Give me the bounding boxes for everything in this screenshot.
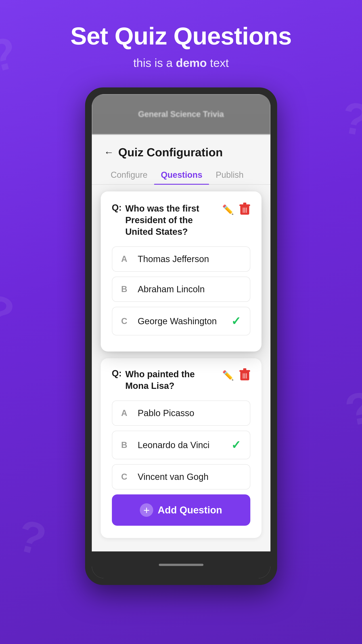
q2-answer-b[interactable]: B Leonardo da Vinci ✓ (112, 431, 250, 459)
q1-a-text: Thomas Jefferson (138, 254, 241, 264)
hero-title: Set Quiz Questions (70, 22, 291, 50)
svg-rect-5 (246, 208, 247, 213)
q1-label: Q: (112, 202, 122, 213)
question-card-2: Q: Who painted the Mona Lisa? ✏️ (101, 358, 261, 538)
q2-answer-c[interactable]: C Vincent van Gogh (112, 464, 250, 490)
svg-rect-3 (243, 208, 244, 213)
tabs-bar: Configure Questions Publish (92, 159, 270, 185)
phone-top-blur-area: General Science Trivia (92, 94, 270, 134)
q2-c-letter: C (121, 472, 132, 482)
q2-actions: ✏️ (222, 368, 250, 382)
svg-rect-10 (244, 373, 245, 378)
question-1-text-group: Q: Who was the first President of the Un… (112, 202, 218, 238)
q1-a-letter: A (121, 254, 132, 264)
add-question-label: Add Question (158, 504, 222, 516)
tab-questions[interactable]: Questions (154, 166, 209, 184)
q2-c-text: Vincent van Gogh (138, 472, 241, 482)
q2-edit-icon[interactable]: ✏️ (222, 370, 234, 381)
svg-rect-2 (243, 202, 246, 205)
hero-subtitle: this is a demo text (133, 56, 229, 70)
q1-c-text: George Washington (138, 316, 231, 326)
q1-b-letter: B (121, 284, 132, 294)
q1-edit-icon[interactable]: ✏️ (222, 204, 234, 215)
tab-publish[interactable]: Publish (209, 166, 250, 184)
q1-answer-c[interactable]: C George Washington ✓ (112, 307, 250, 336)
phone-screen: General Science Trivia ← Quiz Configurat… (92, 94, 270, 578)
question-1-header: Q: Who was the first President of the Un… (112, 202, 250, 238)
phone-mockup: General Science Trivia ← Quiz Configurat… (85, 88, 277, 585)
q1-b-text: Abraham Lincoln (138, 284, 241, 294)
phone-frame: General Science Trivia ← Quiz Configurat… (85, 88, 277, 585)
q2-delete-icon[interactable] (239, 368, 250, 382)
q1-correct-checkmark: ✓ (231, 314, 241, 328)
q2-correct-checkmark: ✓ (231, 438, 241, 452)
home-indicator (159, 564, 203, 566)
quiz-config-panel: ← Quiz Configuration Configure Questions… (92, 134, 270, 552)
q2-a-text: Pablo Picasso (138, 408, 241, 418)
q2-b-text: Leonardo da Vinci (138, 440, 231, 450)
config-header: ← Quiz Configuration (92, 134, 270, 159)
question-2-text-group: Q: Who painted the Mona Lisa? (112, 368, 218, 392)
svg-rect-9 (243, 373, 244, 378)
config-panel-title: Quiz Configuration (118, 146, 223, 159)
q2-a-letter: A (121, 408, 132, 418)
q1-c-letter: C (121, 316, 132, 326)
question-2-header: Q: Who painted the Mona Lisa? ✏️ (112, 368, 250, 392)
blur-text: General Science Trivia (138, 110, 224, 119)
q1-delete-icon[interactable] (239, 202, 250, 216)
q2-b-letter: B (121, 440, 132, 450)
q2-answer-a[interactable]: A Pablo Picasso (112, 400, 250, 426)
add-question-button[interactable]: + Add Question (112, 494, 250, 526)
svg-rect-8 (243, 368, 246, 370)
svg-rect-4 (244, 208, 245, 213)
q1-actions: ✏️ (222, 202, 250, 216)
tab-configure[interactable]: Configure (104, 166, 154, 184)
phone-bottom-bar (92, 552, 270, 578)
question-card-1: Q: Who was the first President of the Un… (101, 192, 261, 352)
back-arrow-icon[interactable]: ← (104, 147, 114, 158)
add-icon: + (140, 503, 153, 517)
q2-text: Who painted the Mona Lisa? (125, 368, 218, 392)
svg-rect-11 (246, 373, 247, 378)
q1-text: Who was the first President of the Unite… (125, 202, 218, 238)
q2-label: Q: (112, 368, 122, 378)
q1-answer-b[interactable]: B Abraham Lincoln (112, 276, 250, 302)
main-content: Q: Who was the first President of the Un… (92, 185, 270, 552)
q1-answer-a[interactable]: A Thomas Jefferson (112, 246, 250, 272)
